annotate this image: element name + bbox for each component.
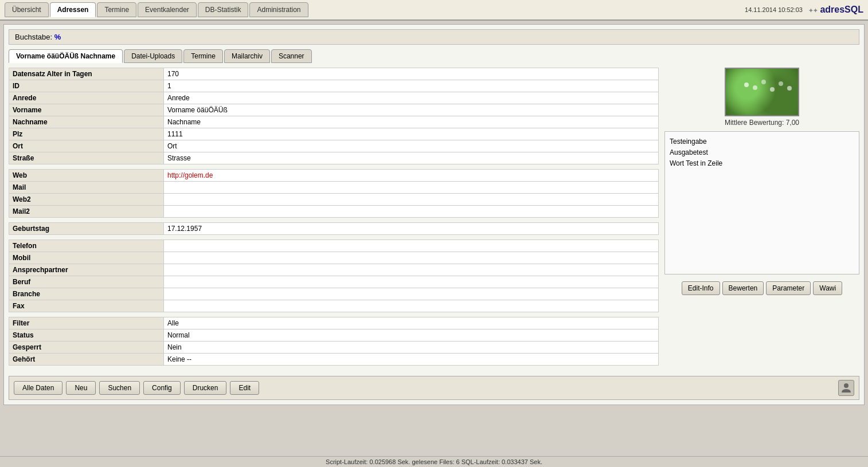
table-row: Straße Strasse xyxy=(9,152,659,164)
field-label-gehort: Gehört xyxy=(9,354,164,366)
field-label-id: ID xyxy=(9,80,164,92)
buchstabe-value: % xyxy=(54,33,61,41)
field-value-status: Normal xyxy=(164,329,659,342)
field-label-web: Web xyxy=(9,170,164,182)
field-label-web2: Web2 xyxy=(9,194,164,206)
alle-daten-button[interactable]: Alle Daten xyxy=(14,381,62,395)
table-row: Mobil xyxy=(9,252,659,264)
field-value-web2 xyxy=(164,194,659,206)
note-line-2: Ausgabetest xyxy=(670,147,854,158)
sub-tab-vorname[interactable]: Vorname öäüÖÄÜß Nachname xyxy=(9,49,123,63)
field-label-datensatz: Datensatz Alter in Tagen xyxy=(9,68,164,80)
field-value-mail2 xyxy=(164,206,659,218)
wawi-button[interactable]: Wawi xyxy=(813,281,842,295)
bottom-toolbar: Alle Daten Neu Suchen Config Drucken Edi… xyxy=(9,376,859,400)
table-row: Mail2 xyxy=(9,206,659,218)
field-value-strasse: Strasse xyxy=(164,152,659,164)
tab-administration[interactable]: Administration xyxy=(249,2,308,17)
datetime: 14.11.2014 10:52:03 xyxy=(745,6,803,13)
field-label-ansprechpartner: Ansprechpartner xyxy=(9,264,164,276)
field-value-nachname: Nachname xyxy=(164,116,659,128)
field-value-beruf xyxy=(164,276,659,288)
form-area: Datensatz Alter in Tagen 170 ID 1 Anrede… xyxy=(9,68,659,370)
field-value-telefon xyxy=(164,240,659,252)
field-label-vorname: Vorname xyxy=(9,104,164,116)
table-row: Anrede Anrede xyxy=(9,92,659,104)
rating-text: Mittlere Bewertung: 7,00 xyxy=(725,119,799,127)
top-right-info: 14.11.2014 10:52:03 ✦✦ adresSQL xyxy=(745,5,863,15)
table-row: Gesperrt Nein xyxy=(9,342,659,354)
form-group-2: Web http://golem.de Mail Web2 Mail2 xyxy=(9,169,659,218)
sub-tab-mailarchiv[interactable]: Mailarchiv xyxy=(224,49,270,63)
tab-ubersicht[interactable]: Übersicht xyxy=(5,2,49,17)
field-value-ansprechpartner xyxy=(164,264,659,276)
table-row: Telefon xyxy=(9,240,659,252)
table-row: Plz 1111 xyxy=(9,128,659,140)
sub-tab-scanner[interactable]: Scanner xyxy=(271,49,312,63)
field-value-web[interactable]: http://golem.de xyxy=(164,170,659,182)
action-buttons-right: Edit-Info Bewerten Parameter Wawi xyxy=(664,281,859,295)
field-value-ort: Ort xyxy=(164,140,659,152)
field-value-anrede: Anrede xyxy=(164,92,659,104)
contact-image xyxy=(725,68,799,116)
table-row: Mail xyxy=(9,182,659,194)
table-row: Status Normal xyxy=(9,329,659,342)
field-label-anrede: Anrede xyxy=(9,92,164,104)
main-content: Buchstabe: % Vorname öäüÖÄÜß Nachname Da… xyxy=(3,24,865,405)
right-panel: Mittlere Bewertung: 7,00 Testeingabe Aus… xyxy=(664,68,859,295)
form-group-5: Filter Alle Status Normal Gesperrt Nein … xyxy=(9,317,659,366)
table-row: Fax xyxy=(9,300,659,312)
field-label-filter: Filter xyxy=(9,317,164,329)
tab-termine[interactable]: Termine xyxy=(97,2,136,17)
field-value-mail xyxy=(164,182,659,194)
tab-eventkalender[interactable]: Eventkalender xyxy=(138,2,197,17)
sub-tab-termine[interactable]: Termine xyxy=(183,49,223,63)
tab-adressen[interactable]: Adressen xyxy=(50,2,96,17)
table-row: Gehört Keine -- xyxy=(9,354,659,366)
config-button[interactable]: Config xyxy=(143,381,181,395)
field-value-fax xyxy=(164,300,659,312)
field-label-gesperrt: Gesperrt xyxy=(9,342,164,354)
field-label-geburtstag: Geburtstag xyxy=(9,223,164,235)
table-row: Branche xyxy=(9,288,659,300)
parameter-button[interactable]: Parameter xyxy=(766,281,811,295)
table-row: Filter Alle xyxy=(9,317,659,329)
field-label-ort: Ort xyxy=(9,140,164,152)
field-value-branche xyxy=(164,288,659,300)
person-icon xyxy=(840,382,852,394)
field-label-mail: Mail xyxy=(9,182,164,194)
field-label-strasse: Straße xyxy=(9,152,164,164)
edit-button[interactable]: Edit xyxy=(230,381,259,395)
table-row: Geburtstag 17.12.1957 xyxy=(9,223,659,235)
field-label-telefon: Telefon xyxy=(9,240,164,252)
table-row: Beruf xyxy=(9,276,659,288)
field-value-id: 1 xyxy=(164,80,659,92)
form-group-1: Datensatz Alter in Tagen 170 ID 1 Anrede… xyxy=(9,68,659,164)
form-group-4: Telefon Mobil Ansprechpartner Beruf Bran… xyxy=(9,240,659,312)
neu-button[interactable]: Neu xyxy=(66,381,96,395)
form-group-3: Geburtstag 17.12.1957 xyxy=(9,222,659,235)
field-value-gesperrt: Nein xyxy=(164,342,659,354)
field-value-geburtstag: 17.12.1957 xyxy=(164,223,659,235)
drucken-button[interactable]: Drucken xyxy=(184,381,227,395)
field-value-filter: Alle xyxy=(164,317,659,329)
sub-tabs: Vorname öäüÖÄÜß Nachname Datei-Uploads T… xyxy=(9,49,859,63)
suchen-button[interactable]: Suchen xyxy=(99,381,140,395)
table-row: Ort Ort xyxy=(9,140,659,152)
table-row: Vorname Vorname öäüÖÄÜß xyxy=(9,104,659,116)
sub-tab-datei-uploads[interactable]: Datei-Uploads xyxy=(124,49,182,63)
content-layout: Datensatz Alter in Tagen 170 ID 1 Anrede… xyxy=(9,68,859,370)
edit-info-button[interactable]: Edit-Info xyxy=(682,281,720,295)
bewerten-button[interactable]: Bewerten xyxy=(722,281,764,295)
field-value-datensatz: 170 xyxy=(164,68,659,80)
tab-db-statistik[interactable]: DB-Statistik xyxy=(198,2,249,17)
note-line-1: Testeingabe xyxy=(670,136,854,147)
field-value-gehort: Keine -- xyxy=(164,354,659,366)
top-navigation: Übersicht Adressen Termine Eventkalender… xyxy=(0,0,868,21)
toolbar-icon xyxy=(838,380,854,396)
field-label-plz: Plz xyxy=(9,128,164,140)
field-label-beruf: Beruf xyxy=(9,276,164,288)
field-label-mobil: Mobil xyxy=(9,252,164,264)
field-label-mail2: Mail2 xyxy=(9,206,164,218)
table-row: Web http://golem.de xyxy=(9,170,659,182)
